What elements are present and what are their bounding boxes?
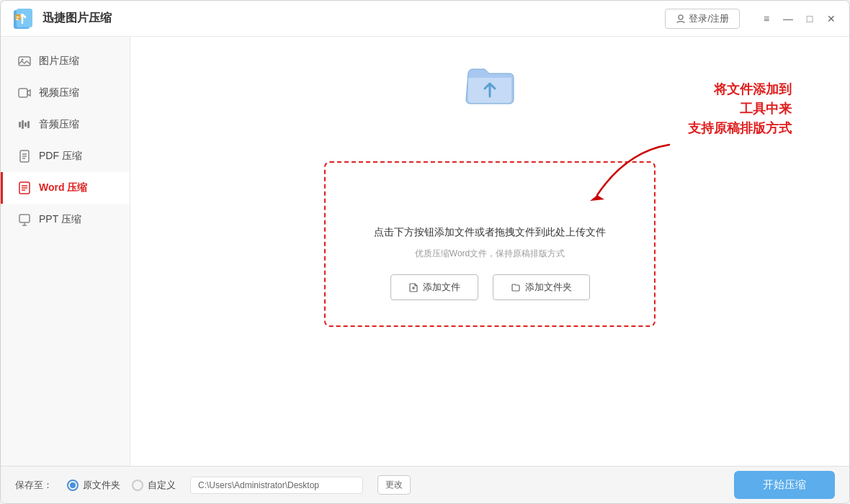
video-icon bbox=[17, 86, 32, 100]
main-layout: 图片压缩 视频压缩 音频压缩 bbox=[1, 37, 849, 466]
content-area: 点击下方按钮添加文件或者拖拽文件到此处上传文件 优质压缩Word文件，保持原稿排… bbox=[130, 37, 849, 466]
save-path-input[interactable] bbox=[190, 477, 363, 494]
radio-original-circle bbox=[67, 480, 79, 491]
browse-button[interactable]: 更改 bbox=[377, 475, 411, 495]
drop-zone-main-text: 点击下方按钮添加文件或者拖拽文件到此处上传文件 bbox=[374, 226, 606, 239]
add-folder-button[interactable]: 添加文件夹 bbox=[493, 274, 590, 300]
radio-original-dot bbox=[70, 482, 76, 488]
close-button[interactable]: ✕ bbox=[825, 12, 838, 25]
ppt-icon bbox=[17, 212, 32, 227]
radio-custom[interactable]: 自定义 bbox=[132, 479, 176, 492]
svg-rect-11 bbox=[27, 121, 30, 128]
folder-add-icon bbox=[511, 282, 521, 292]
save-to-label: 保存至： bbox=[15, 479, 53, 492]
add-file-button[interactable]: 添加文件 bbox=[390, 274, 478, 300]
annotation: 将文件添加到 工具中来 支持原稿排版方式 bbox=[688, 80, 792, 138]
title-bar: Z 迅捷图片压缩 登录/注册 ≡ — □ ✕ bbox=[1, 1, 849, 37]
sidebar: 图片压缩 视频压缩 音频压缩 bbox=[1, 37, 130, 466]
window-controls: ≡ — □ ✕ bbox=[760, 12, 838, 25]
svg-rect-8 bbox=[19, 122, 21, 127]
user-icon bbox=[676, 14, 686, 24]
title-bar-right: 登录/注册 ≡ — □ ✕ bbox=[665, 9, 838, 29]
drop-zone[interactable]: 点击下方按钮添加文件或者拖拽文件到此处上传文件 优质压缩Word文件，保持原稿排… bbox=[324, 161, 656, 327]
svg-point-4 bbox=[679, 15, 683, 19]
drop-zone-sub-text: 优质压缩Word文件，保持原稿排版方式 bbox=[415, 248, 565, 260]
minimize-button[interactable]: — bbox=[782, 12, 795, 25]
menu-button[interactable]: ≡ bbox=[760, 12, 773, 25]
sidebar-item-audio-compress[interactable]: 音频压缩 bbox=[1, 109, 130, 140]
radio-group: 原文件夹 自定义 bbox=[67, 479, 176, 492]
sidebar-item-video-compress[interactable]: 视频压缩 bbox=[1, 77, 130, 109]
login-button[interactable]: 登录/注册 bbox=[665, 9, 740, 29]
file-icon bbox=[408, 282, 419, 292]
sidebar-item-pdf-compress[interactable]: PDF 压缩 bbox=[1, 140, 130, 172]
app-window: Z 迅捷图片压缩 登录/注册 ≡ — □ ✕ bbox=[0, 0, 850, 504]
word-icon bbox=[17, 181, 32, 195]
sidebar-item-image-compress[interactable]: 图片压缩 bbox=[1, 45, 130, 77]
audio-icon bbox=[17, 117, 32, 132]
bottom-bar: 保存至： 原文件夹 自定义 更改 开始压缩 bbox=[1, 466, 849, 503]
svg-rect-7 bbox=[19, 89, 27, 97]
radio-original-folder[interactable]: 原文件夹 bbox=[67, 479, 120, 492]
pdf-icon bbox=[17, 149, 32, 163]
sidebar-item-word-compress[interactable]: Word 压缩 bbox=[1, 172, 130, 204]
app-title: 迅捷图片压缩 bbox=[42, 11, 112, 26]
sidebar-item-ppt-compress[interactable]: PPT 压缩 bbox=[1, 204, 130, 235]
svg-rect-5 bbox=[19, 57, 30, 66]
start-compress-button[interactable]: 开始压缩 bbox=[734, 471, 835, 499]
svg-rect-9 bbox=[22, 120, 24, 129]
radio-custom-circle bbox=[132, 480, 143, 491]
app-icon: Z bbox=[12, 7, 35, 30]
folder-icon bbox=[465, 60, 515, 105]
maximize-button[interactable]: □ bbox=[803, 12, 816, 25]
svg-text:Z: Z bbox=[16, 16, 19, 21]
annotation-text: 将文件添加到 工具中来 支持原稿排版方式 bbox=[688, 80, 792, 138]
title-bar-left: Z 迅捷图片压缩 bbox=[12, 7, 339, 30]
image-icon bbox=[17, 54, 32, 68]
svg-rect-20 bbox=[19, 215, 30, 222]
drop-zone-buttons: 添加文件 添加文件夹 bbox=[390, 274, 590, 300]
svg-rect-10 bbox=[24, 122, 27, 127]
